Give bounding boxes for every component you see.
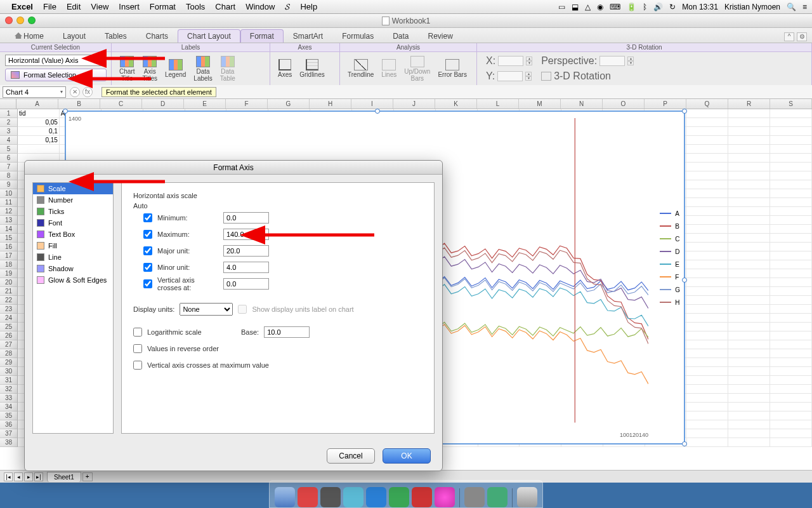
- cell[interactable]: [686, 163, 728, 171]
- cell[interactable]: [770, 323, 812, 331]
- current-selection-dropdown[interactable]: [5, 55, 107, 66]
- cell[interactable]: [686, 287, 728, 296]
- cell[interactable]: 0,15: [18, 136, 60, 145]
- cell[interactable]: [770, 331, 812, 340]
- cell[interactable]: [770, 314, 812, 323]
- cell[interactable]: [770, 216, 812, 225]
- cell[interactable]: [686, 331, 728, 340]
- row-header[interactable]: 31: [0, 376, 18, 385]
- add-sheet-button[interactable]: +: [82, 472, 93, 481]
- row-header[interactable]: 19: [0, 269, 18, 278]
- cell[interactable]: [728, 118, 770, 127]
- column-header[interactable]: C: [100, 99, 142, 109]
- cell[interactable]: [686, 180, 728, 189]
- cell[interactable]: [728, 109, 770, 118]
- cell[interactable]: [728, 358, 770, 367]
- cell[interactable]: [686, 225, 728, 234]
- updown-bars-button[interactable]: Up/Down Bars: [400, 53, 434, 84]
- sheet-tab-sheet1[interactable]: Sheet1: [47, 472, 81, 482]
- chart-legend[interactable]: ABCDEFGH: [660, 207, 680, 309]
- format-axis-dialog[interactable]: Format Axis ScaleNumberTicksFontText Box…: [24, 160, 443, 471]
- cell[interactable]: [770, 349, 812, 358]
- column-header[interactable]: P: [645, 99, 686, 109]
- column-header[interactable]: Q: [686, 99, 728, 109]
- perspective-input[interactable]: [599, 56, 625, 66]
- tab-review[interactable]: Review: [419, 29, 462, 43]
- trash-icon[interactable]: [517, 487, 537, 507]
- cell[interactable]: 0,1: [18, 127, 60, 136]
- window-titlebar[interactable]: Workbook1: [0, 14, 812, 28]
- cell[interactable]: [686, 314, 728, 323]
- bluetooth-icon[interactable]: ᛒ: [643, 3, 647, 11]
- dialog-side-item-font[interactable]: Font: [33, 217, 113, 229]
- cell[interactable]: [728, 154, 770, 163]
- cell[interactable]: [770, 296, 812, 305]
- menu-window[interactable]: Window: [246, 2, 275, 11]
- app-icon[interactable]: [298, 487, 318, 507]
- minimum-input[interactable]: [223, 212, 269, 224]
- cancel-formula-icon[interactable]: ✕: [70, 87, 80, 97]
- display-units-select[interactable]: None: [180, 303, 233, 316]
- app-icon[interactable]: [389, 487, 409, 507]
- cell[interactable]: [686, 189, 728, 198]
- row-header[interactable]: 21: [0, 287, 18, 296]
- resize-handle[interactable]: [63, 109, 68, 114]
- row-header[interactable]: 17: [0, 251, 18, 260]
- display-icon[interactable]: ▭: [558, 3, 565, 11]
- cell[interactable]: [686, 420, 728, 429]
- cell[interactable]: [728, 367, 770, 376]
- row-header[interactable]: 10: [0, 189, 18, 198]
- row-header[interactable]: 16: [0, 243, 18, 251]
- column-header[interactable]: J: [393, 99, 435, 109]
- dialog-side-item-number[interactable]: Number: [33, 194, 113, 206]
- row-header[interactable]: 11: [0, 198, 18, 207]
- close-icon[interactable]: [5, 17, 13, 24]
- cell[interactable]: [770, 251, 812, 260]
- menu-script-icon[interactable]: 𝓢: [285, 2, 290, 12]
- row-header[interactable]: 4: [0, 136, 18, 145]
- cell[interactable]: [770, 127, 812, 136]
- cell[interactable]: [728, 331, 770, 340]
- dialog-side-item-text-box[interactable]: Text Box: [33, 229, 113, 240]
- cell[interactable]: [728, 127, 770, 136]
- cell[interactable]: [770, 198, 812, 207]
- cell[interactable]: [686, 296, 728, 305]
- cell[interactable]: [728, 180, 770, 189]
- column-header[interactable]: H: [310, 99, 351, 109]
- cell[interactable]: [770, 429, 812, 438]
- column-header[interactable]: R: [728, 99, 770, 109]
- menu-tools[interactable]: Tools: [186, 2, 205, 11]
- column-header[interactable]: L: [477, 99, 519, 109]
- cell[interactable]: [728, 403, 770, 411]
- row-header[interactable]: 5: [0, 145, 18, 154]
- legend-item[interactable]: D: [660, 245, 680, 258]
- cell[interactable]: [686, 198, 728, 207]
- cell[interactable]: [687, 438, 729, 447]
- dropbox-icon[interactable]: ⬓: [572, 3, 579, 11]
- row-header[interactable]: 7: [0, 163, 18, 171]
- cell[interactable]: [770, 260, 812, 269]
- lines-button[interactable]: Lines: [377, 53, 400, 84]
- cell[interactable]: [770, 145, 812, 154]
- dialog-side-item-fill[interactable]: Fill: [33, 240, 113, 251]
- clock[interactable]: Mon 13:31: [682, 3, 718, 11]
- finder-icon[interactable]: [275, 487, 295, 507]
- dialog-side-item-line[interactable]: Line: [33, 251, 113, 263]
- row-header[interactable]: 20: [0, 278, 18, 287]
- tab-data[interactable]: Data: [383, 29, 418, 43]
- minor-unit-auto-checkbox[interactable]: [143, 263, 152, 272]
- rotation-y-stepper[interactable]: ▴▾: [525, 72, 532, 81]
- cell[interactable]: [686, 127, 728, 136]
- cell[interactable]: [770, 207, 812, 216]
- maximum-auto-checkbox[interactable]: [143, 230, 152, 239]
- show-units-checkbox[interactable]: [238, 305, 247, 314]
- menu-format[interactable]: Format: [150, 2, 176, 11]
- ribbon-collapse-icon[interactable]: ^: [784, 32, 794, 41]
- tab-charts[interactable]: Charts: [136, 29, 178, 43]
- cell[interactable]: [728, 305, 770, 314]
- column-header[interactable]: B: [58, 99, 100, 109]
- cell[interactable]: [686, 260, 728, 269]
- cell[interactable]: [686, 136, 728, 145]
- cell[interactable]: [686, 207, 728, 216]
- cell[interactable]: [770, 109, 812, 118]
